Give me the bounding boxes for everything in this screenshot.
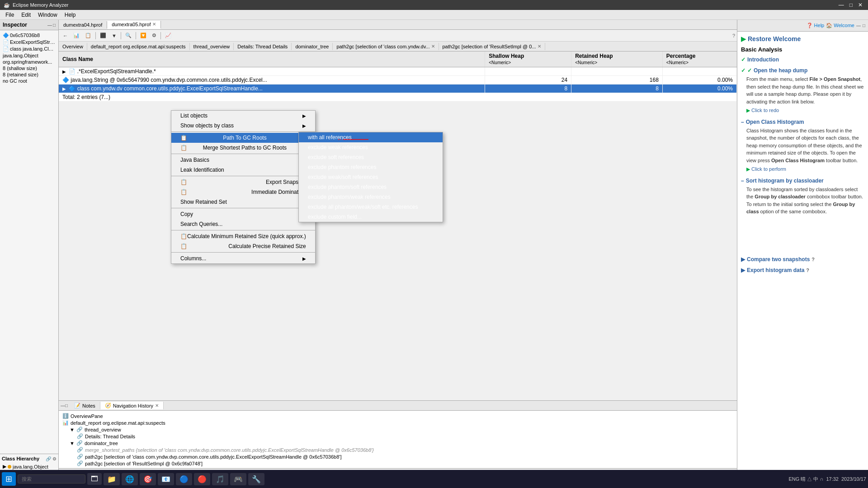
section-intro-header[interactable]: ✓ Introduction <box>741 56 864 63</box>
bottom-panel-maximize[interactable]: □ <box>65 403 68 408</box>
section-heap-header[interactable]: ✓ ✓ Open the heap dump <box>741 67 864 74</box>
nav-item-thread-overview[interactable]: ▼ 🔗 thread_overview <box>70 426 733 433</box>
taskbar-app4[interactable]: 🔴 <box>194 473 210 485</box>
nav-item-path2gc2[interactable]: 🔗 path2gc [selection of 'ResultSetImpl @… <box>77 460 733 467</box>
taskbar-edge[interactable]: 🌐 <box>122 473 138 485</box>
nav-history-close[interactable]: ✕ <box>155 403 159 408</box>
toolbar-search[interactable]: 🔍 <box>123 31 134 40</box>
nav-item-dominator-tree[interactable]: ▼ 🔗 dominator_tree <box>70 440 733 446</box>
view-tab-overview[interactable]: Overview <box>59 43 87 50</box>
toolbar-chart[interactable]: 📊 <box>71 31 82 40</box>
nav-item-overview[interactable]: ℹ️ OverviewPane <box>62 413 733 419</box>
view-tab-default-report[interactable]: default_report org.eclipse.mat.api:suspe… <box>87 43 190 50</box>
nav-item-default-report[interactable]: 📊 default_report org.eclipse.mat.api:sus… <box>62 419 733 426</box>
tab-navigation-history[interactable]: 🧭 Navigation History ✕ <box>100 402 164 409</box>
toolbar-btn1[interactable]: ⬛ <box>98 31 108 40</box>
table-row-selected[interactable]: ▶ 🔷 class com.yndw.dv common.core.utils.… <box>59 84 737 93</box>
nav-item-merge-shortest[interactable]: 🔗 merge_shortest_paths {selection of 'cl… <box>77 446 733 453</box>
ctx-copy[interactable]: Copy ▶ <box>171 209 315 219</box>
menu-edit[interactable]: Edit <box>18 11 34 19</box>
taskbar-search[interactable] <box>18 474 85 483</box>
export-help[interactable]: ? <box>806 267 809 273</box>
expand-icon[interactable]: ▶ <box>62 86 66 91</box>
menu-window[interactable]: Window <box>34 11 61 19</box>
menu-file[interactable]: File <box>2 11 18 19</box>
tab-notes[interactable]: 📝 Notes <box>70 402 100 409</box>
taskbar-app3[interactable]: 🔵 <box>176 473 192 485</box>
submenu-excl-weak[interactable]: exclude weak references <box>299 142 443 152</box>
compare-help[interactable]: ? <box>811 257 815 262</box>
bottom-panel-minimize[interactable]: — <box>61 403 65 408</box>
expand-icon[interactable]: ▶ <box>62 69 66 74</box>
view-tab-close[interactable]: ✕ <box>431 44 435 49</box>
submenu-excl-custom[interactable]: exclude custom field... <box>299 212 443 222</box>
class-hierarchy-settings[interactable]: ⚙ <box>52 456 57 461</box>
col-header-percentage[interactable]: Percentage<Numeric> <box>662 52 736 67</box>
view-tab-path2gc2[interactable]: path2gc [selection of 'ResultSetImpl @ 0… <box>439 43 545 50</box>
inspector-item[interactable]: 8 (retained size) <box>2 71 57 78</box>
inspector-item[interactable]: org.springframework... <box>2 59 57 65</box>
ctx-show-retained[interactable]: Show Retained Set <box>171 197 315 207</box>
taskbar-app1[interactable]: 🎯 <box>140 473 156 485</box>
view-tab-thread-details[interactable]: Details: Thread Details <box>234 43 292 50</box>
welcome-link[interactable]: 🏠 Welcome <box>826 23 854 28</box>
toolbar-btn2[interactable]: ▼ <box>109 32 119 40</box>
start-button[interactable]: ⊞ <box>2 472 16 486</box>
ctx-list-objects[interactable]: List objects ▶ <box>171 111 315 121</box>
taskbar-explorer[interactable]: 📁 <box>104 473 120 485</box>
ctx-path-to-gc[interactable]: 📋 Path To GC Roots ▶ with all references… <box>171 133 315 143</box>
minimize-button[interactable]: — <box>837 2 846 8</box>
taskbar-app7[interactable]: 🔧 <box>248 473 264 485</box>
inspector-item[interactable]: java.lang.Object <box>2 52 57 59</box>
table-row[interactable]: ▶ 📄 .*ExcelExportSqlStreamHandle.* <box>59 67 737 76</box>
inspector-item[interactable]: 📄class java.lang.Class ... <box>2 46 57 52</box>
file-tab-close[interactable]: ✕ <box>152 22 156 27</box>
inspector-minimize[interactable]: — <box>47 23 52 28</box>
help-question[interactable]: ? <box>732 33 735 38</box>
submenu-excl-soft[interactable]: exclude soft references <box>299 152 443 162</box>
view-tab-thread-overview[interactable]: thread_overview <box>190 43 234 50</box>
help-link[interactable]: ❓ Help <box>807 23 825 28</box>
submenu-excl-all[interactable]: exclude all phantom/weak/soft etc. refer… <box>299 202 443 212</box>
submenu-excl-weak-soft[interactable]: exclude weak/soft references <box>299 172 443 182</box>
right-panel-maximize[interactable]: □ <box>863 23 865 28</box>
tree-item-java-lang-object[interactable]: ▶ java.lang.Object <box>2 463 57 470</box>
table-row[interactable]: 🔷 java.lang.String @ 0x6c5647990 com.ynd… <box>59 76 737 84</box>
view-tab-path2gc1[interactable]: path2gc [selection of 'class com.yndw.dv… <box>333 43 439 50</box>
file-tab-dumextra04[interactable]: dumextra04.hprof <box>59 21 107 28</box>
nav-item-thread-details[interactable]: 🔗 Details: Thread Details <box>77 433 733 440</box>
view-tab-dominator[interactable]: dominator_tree <box>292 43 333 50</box>
toolbar-filter[interactable]: 🔽 <box>138 31 149 40</box>
file-tab-dumextra05[interactable]: dumextra05.hprof ✕ <box>107 21 161 29</box>
click-to-redo[interactable]: ▶ Click to redo <box>746 107 864 114</box>
inspector-item[interactable]: 8 (shallow size) <box>2 65 57 71</box>
expand-icon[interactable]: ▼ <box>70 441 75 446</box>
ctx-calc-precise-retained[interactable]: 📋 Calculate Precise Retained Size <box>171 241 315 251</box>
ctx-columns[interactable]: Columns... ▶ <box>171 253 315 263</box>
col-header-class-name[interactable]: Class Name <box>59 52 485 67</box>
ctx-export-snapshot[interactable]: 📋 Export Snapshot <box>171 177 315 187</box>
ctx-imm-dominators[interactable]: 📋 Immediate Dominators <box>171 187 315 197</box>
submenu-with-all-refs[interactable]: with all references <box>299 132 443 142</box>
right-panel-minimize[interactable]: — <box>856 23 861 28</box>
ctx-search-queries[interactable]: Search Queries... <box>171 219 315 229</box>
taskbar-app5[interactable]: 🎵 <box>212 473 228 485</box>
section-histogram-header[interactable]: – Open Class Histogram <box>741 119 864 125</box>
expand-icon[interactable]: ▼ <box>70 427 75 432</box>
section-sort-header[interactable]: – Sort histogram by classloader <box>741 178 864 184</box>
inspector-maximize[interactable]: □ <box>53 23 56 28</box>
inspector-item[interactable]: 🔷0x6c57036b8 <box>2 32 57 39</box>
maximize-button[interactable]: □ <box>848 2 854 8</box>
section-compare-header[interactable]: ▶ Compare two snapshots ? <box>741 256 864 263</box>
taskbar-app2[interactable]: 📧 <box>158 473 174 485</box>
submenu-excl-phantom[interactable]: exclude phantom references <box>299 162 443 172</box>
ctx-leak-id[interactable]: Leak Identification ▶ <box>171 165 315 175</box>
toolbar-back[interactable]: ← <box>61 32 70 40</box>
ctx-calc-min-retained[interactable]: 📋 Calculate Minimum Retained Size (quick… <box>171 231 315 241</box>
class-hierarchy-link[interactable]: 🔗 <box>46 456 51 461</box>
section-export-header[interactable]: ▶ Export histogram data ? <box>741 267 864 273</box>
taskbar-app6[interactable]: 🎮 <box>230 473 246 485</box>
close-button[interactable]: ✕ <box>856 2 864 8</box>
submenu-excl-phantom-weak[interactable]: exclude phantom/weak references <box>299 192 443 202</box>
menu-help[interactable]: Help <box>61 11 80 19</box>
